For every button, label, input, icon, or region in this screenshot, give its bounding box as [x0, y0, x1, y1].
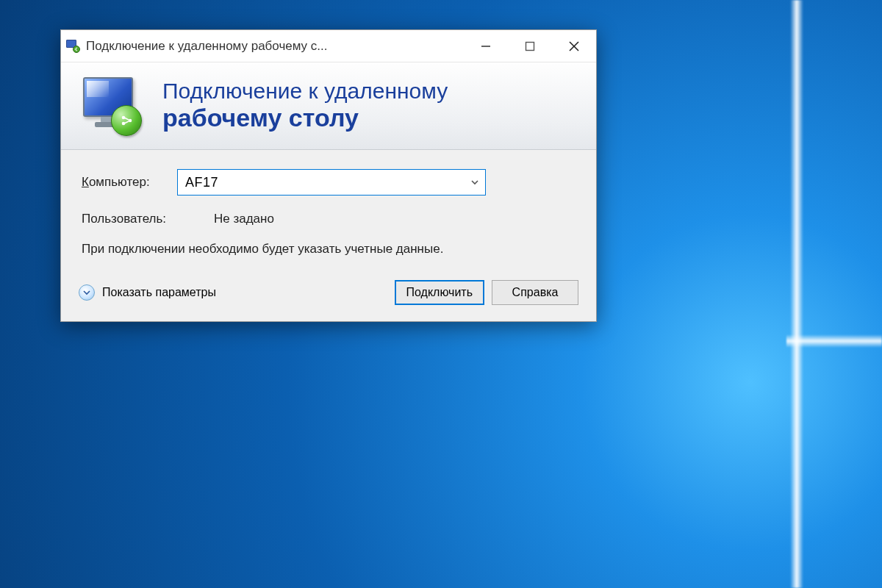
footer: Показать параметры Подключить Справка — [61, 270, 596, 321]
close-button[interactable] — [552, 30, 596, 62]
computer-combobox[interactable] — [177, 169, 486, 196]
maximize-button[interactable] — [508, 30, 552, 62]
computer-input[interactable] — [178, 170, 465, 195]
chevron-down-icon[interactable] — [465, 178, 485, 187]
connect-label: Подключить — [406, 286, 473, 299]
minimize-button[interactable] — [464, 30, 508, 62]
window-title: Подключение к удаленному рабочему с... — [86, 39, 464, 54]
expand-down-icon — [79, 284, 95, 301]
help-label: Справка — [512, 286, 559, 299]
svg-rect-1 — [526, 42, 534, 50]
connect-button[interactable]: Подключить — [395, 280, 484, 305]
form-body: Компьютер: Пользователь: Не задано При п… — [61, 150, 596, 270]
banner-line2: рабочему столу — [162, 104, 448, 132]
rdp-dialog: Подключение к удаленному рабочему с... П… — [60, 29, 597, 322]
credentials-note: При подключении необходимо будет указать… — [82, 241, 576, 258]
show-options-toggle[interactable]: Показать параметры — [79, 284, 216, 301]
banner-line1: Подключение к удаленному — [162, 79, 448, 104]
show-options-label: Показать параметры — [102, 286, 216, 299]
banner: Подключение к удаленному рабочему столу — [61, 62, 596, 150]
rdp-icon — [66, 40, 81, 53]
svg-point-6 — [129, 120, 132, 122]
rdp-large-icon — [79, 76, 145, 135]
titlebar[interactable]: Подключение к удаленному рабочему с... — [61, 30, 596, 62]
user-label: Пользователь: — [82, 212, 214, 226]
app-icon — [61, 40, 86, 53]
computer-label: Компьютер: — [82, 175, 177, 190]
user-value: Не задано — [214, 212, 274, 226]
help-button[interactable]: Справка — [492, 280, 578, 305]
